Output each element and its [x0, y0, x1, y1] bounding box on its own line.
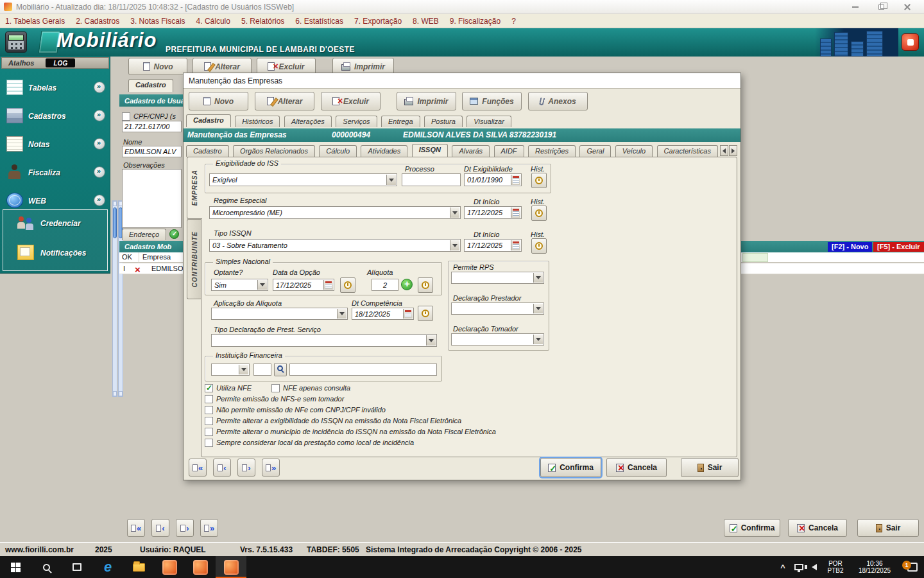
fiorilli-app-3-button[interactable]	[216, 556, 246, 578]
sidebar-item-cadastros[interactable]: Cadastros	[28, 112, 66, 121]
bg-nav-last-button[interactable]	[200, 519, 218, 537]
modal-excluir-button[interactable]: Excluir	[321, 92, 381, 110]
dropdown-icon[interactable]	[239, 365, 248, 374]
aliquota-field[interactable]	[372, 279, 398, 291]
inst-fin-codigo-field[interactable]	[253, 363, 271, 376]
modal-nav-last-button[interactable]	[262, 459, 280, 477]
tab-historicos[interactable]: Históricos	[235, 116, 280, 127]
optante-combo[interactable]: Sim	[211, 279, 268, 291]
tab-alvaras[interactable]: Alvarás	[452, 145, 490, 157]
aliquota-add-button[interactable]	[401, 279, 413, 290]
menu-notas-fiscais[interactable]: 3. Notas Fiscais	[130, 17, 185, 26]
inst-fin-tipo-combo[interactable]	[211, 363, 250, 376]
bg-nav-prev-button[interactable]	[151, 519, 169, 537]
tipo-issqn-combo[interactable]: 03 - Sobre Faturamento	[209, 239, 461, 252]
side-tab-contribuinte[interactable]: CONTRIBUINTE	[187, 219, 201, 299]
tab-caracteristicas[interactable]: Características	[657, 145, 718, 157]
dropdown-icon[interactable]	[386, 175, 396, 185]
scroll-down-icon[interactable]	[119, 391, 123, 396]
action-center-button[interactable]: 1	[901, 556, 924, 578]
web-collapse-icon[interactable]	[94, 195, 105, 206]
calendar-icon[interactable]	[511, 175, 520, 185]
edge-browser-button[interactable]	[92, 556, 123, 578]
competencia-hist-button[interactable]	[418, 306, 433, 321]
tab-scroll-left-button[interactable]	[720, 145, 728, 156]
alterar-municipio-checkbox[interactable]	[205, 428, 213, 436]
sidebar-item-notas[interactable]: Notas	[28, 140, 49, 149]
tab-issqn[interactable]: ISSQN	[412, 144, 448, 157]
bg-sair-button[interactable]: Sair	[857, 519, 919, 537]
sidebar-item-credenciar[interactable]: Credenciar	[40, 219, 81, 228]
side-tab-empresa[interactable]: EMPRESA	[187, 157, 202, 219]
start-button[interactable]	[0, 556, 31, 578]
dropdown-icon[interactable]	[257, 280, 267, 290]
tab-restricoes[interactable]: Restrições	[528, 145, 576, 157]
modal-anexos-button[interactable]: Anexos	[528, 92, 588, 110]
dropdown-icon[interactable]	[450, 207, 459, 218]
tab-geral[interactable]: Geral	[579, 145, 611, 157]
tipo-decl-combo[interactable]	[211, 334, 437, 347]
inst-fin-search-button[interactable]	[274, 363, 287, 376]
fiorilli-app-1-button[interactable]	[154, 556, 185, 578]
tab-alteracoes[interactable]: Alterações	[284, 116, 332, 127]
modal-sair-button[interactable]: Sair	[681, 458, 739, 477]
bg-nav-next-button[interactable]	[176, 519, 194, 537]
menu-cadastros[interactable]: 2. Cadastros	[76, 17, 119, 26]
language-indicator[interactable]: PORPTB2	[823, 556, 848, 578]
tab-calculo[interactable]: Cálculo	[319, 145, 357, 157]
grid-header-ok[interactable]: OK	[122, 253, 132, 261]
sidebar-item-web[interactable]: WEB	[28, 197, 46, 206]
tipo-dt-inicio-field[interactable]: 17/12/2025	[464, 239, 522, 252]
decl-tomador-combo[interactable]	[451, 333, 544, 346]
bg-cancela-button[interactable]: Cancela	[788, 519, 847, 537]
bg-novo-button[interactable]: Novo	[128, 58, 187, 75]
decl-prestador-combo[interactable]	[451, 302, 544, 315]
tab-veiculo[interactable]: Veículo	[615, 145, 653, 157]
show-hidden-icons-button[interactable]	[774, 556, 792, 578]
aliquota-hist-button[interactable]	[418, 277, 433, 293]
permite-rps-combo[interactable]	[451, 272, 544, 284]
dropdown-icon[interactable]	[533, 304, 543, 313]
modal-imprimir-button[interactable]: Imprimir	[397, 92, 456, 110]
fiscaliza-expand-icon[interactable]	[94, 166, 105, 178]
dt-exigibilidade-field[interactable]: 01/01/1990	[464, 173, 522, 186]
tab-orgaos-relacionados[interactable]: Orgãos Relacionados	[233, 145, 315, 157]
tab-servicos[interactable]: Serviços	[336, 116, 377, 127]
banner-exit-button[interactable]	[902, 33, 919, 51]
menu-tabelas-gerais[interactable]: 1. Tabelas Gerais	[5, 17, 65, 26]
tab-entrega[interactable]: Entrega	[381, 116, 420, 127]
sidebar-item-fiscaliza[interactable]: Fiscaliza	[28, 168, 60, 177]
modal-alterar-button[interactable]: Alterar	[255, 92, 314, 110]
taskbar-search-button[interactable]	[31, 556, 62, 578]
tab-postura[interactable]: Postura	[424, 116, 463, 127]
alterar-exigibilidade-checkbox[interactable]	[205, 417, 213, 425]
local-prestacao-checkbox[interactable]	[205, 439, 213, 447]
aplicacao-combo[interactable]	[211, 308, 348, 320]
menu-calculo[interactable]: 4. Cálculo	[196, 17, 230, 26]
dt-competencia-field[interactable]: 18/12/2025	[352, 308, 414, 320]
volume-tray-button[interactable]	[806, 556, 823, 578]
scrollbar-thumb[interactable]	[113, 207, 117, 238]
menu-help[interactable]: ?	[511, 17, 516, 26]
tab-scroll-right-button[interactable]	[729, 145, 737, 156]
tab-atividades[interactable]: Atividades	[361, 145, 407, 157]
tab-endereco[interactable]: Endereço	[122, 229, 166, 240]
modal-novo-button[interactable]: Novo	[189, 92, 248, 110]
regime-hist-button[interactable]	[531, 206, 547, 221]
tab-visualizar[interactable]: Visualizar	[466, 116, 511, 127]
grid-header-empresa[interactable]: Empresa	[142, 253, 171, 261]
calendar-icon[interactable]	[511, 207, 520, 218]
close-button[interactable]	[898, 1, 915, 13]
nome-field[interactable]	[122, 146, 182, 157]
utiliza-nfe-checkbox[interactable]	[205, 384, 213, 392]
tab-inner-cadastro[interactable]: Cadastro	[186, 145, 229, 157]
dropdown-icon[interactable]	[450, 240, 459, 250]
task-view-button[interactable]	[62, 556, 92, 578]
regime-dt-inicio-field[interactable]: 17/12/2025	[464, 206, 522, 219]
vertical-scrollbar[interactable]	[112, 200, 117, 397]
dialog-title-bar[interactable]: Manutenção das Empresas	[184, 73, 740, 89]
modal-nav-first-button[interactable]	[189, 459, 207, 477]
calendar-icon[interactable]	[323, 280, 333, 290]
regime-combo[interactable]: Microempresário (ME)	[209, 206, 461, 219]
log-button[interactable]: LOG	[46, 58, 75, 67]
